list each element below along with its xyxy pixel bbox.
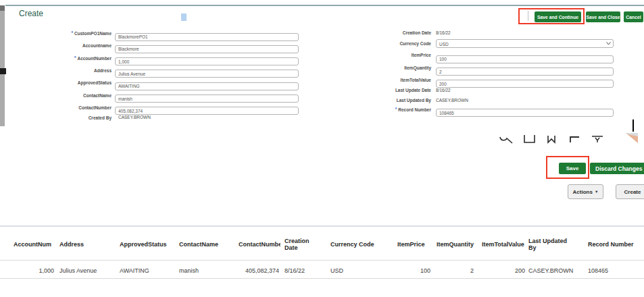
actions-dropdown-caret: ▼ (595, 190, 598, 194)
required-indicator: * (395, 107, 397, 111)
col-header-approvedstatus[interactable]: ApprovedStatus (120, 231, 176, 258)
col-header-contactnumber[interactable]: ContactNumber (239, 231, 280, 258)
createdby-value: CASEY.BROWN (118, 113, 151, 122)
col-header-itemquantity[interactable]: ItemQuantity (437, 231, 477, 258)
required-indicator: * (72, 30, 74, 35)
cell-approvedstatus: AWAITING (120, 267, 176, 275)
col-header-accountnum[interactable]: AccountNum (14, 231, 56, 258)
accountnumber-input[interactable] (115, 57, 299, 65)
table-row-divider (0, 278, 644, 279)
search-icon[interactable] (499, 136, 515, 144)
table-top-border (0, 225, 644, 227)
cell-recordnumber: 108465 (588, 267, 644, 275)
field-label-currencycode: Currency Code (318, 39, 431, 48)
toolbar-divider (528, 11, 528, 21)
save-and-continue-button[interactable]: Save and Continue (535, 11, 581, 22)
page-corner-icon (624, 132, 639, 144)
screen: Create Save and Continue Save and Close … (0, 0, 644, 297)
selection-handle (181, 14, 187, 21)
cell-currencycode: USD (330, 267, 395, 275)
itemprice-input[interactable] (436, 55, 614, 63)
corner-flag-icon[interactable] (569, 136, 580, 143)
field-label-itemprice: ItemPrice (318, 51, 431, 59)
field-label-custompo1name: *CustomPO1Name (0, 29, 112, 38)
cell-contactnumber: 405,082,374 (239, 267, 279, 275)
field-label-accountnumber: *AccountNumber (0, 54, 112, 63)
custompo1name-input[interactable] (115, 33, 299, 41)
field-label-itemtotalvalue: ItemTotalValue (318, 76, 431, 84)
col-header-itemprice[interactable]: ItemPrice (397, 231, 430, 258)
cell-address: Julius Avenue (59, 267, 117, 275)
box-icon[interactable] (523, 135, 536, 144)
table-header-divider (0, 260, 644, 261)
lastupdatedate-value: 8/16/22 (436, 86, 451, 94)
recordnumber-input[interactable] (436, 109, 614, 117)
bookmark-icon[interactable] (547, 136, 556, 144)
required-indicator: * (74, 55, 76, 60)
field-label-lastupdatedby: Last Updated By (318, 97, 431, 105)
approvedstatus-input[interactable] (115, 82, 299, 90)
col-header-itemtotalvalue[interactable]: ItemTotalValue (482, 231, 525, 258)
cell-contactname: manish (179, 267, 236, 275)
currencycode-select[interactable]: USD (436, 39, 614, 48)
window-top-border (5, 5, 644, 6)
itemtotalvalue-input[interactable] (436, 80, 614, 88)
left-scrollbar-cap (0, 5, 5, 11)
create-button[interactable]: Create (616, 184, 644, 199)
cancel-button[interactable]: Cancel (624, 11, 643, 22)
lastupdatedby-value: CASEY.BROWN (436, 97, 468, 105)
discard-changes-button[interactable]: Discard Changes (590, 163, 644, 174)
field-label-creationdate: Creation Date (318, 29, 431, 37)
save-and-close-button[interactable]: Save and Close (586, 11, 620, 22)
col-header-creationdate[interactable]: Creation Date (284, 231, 322, 258)
chevron-down-icon (606, 42, 611, 45)
field-label-approvedstatus: ApprovedStatus (0, 78, 112, 87)
cell-itemquantity: 2 (437, 267, 474, 275)
accountname-input[interactable] (115, 45, 299, 53)
text-cursor (633, 119, 634, 132)
contactname-input[interactable] (115, 94, 299, 103)
cell-itemtotalvalue: 200 (482, 267, 525, 275)
filter-icon[interactable] (592, 135, 603, 144)
itemquantity-input[interactable] (436, 68, 614, 76)
cell-creationdate: 8/16/22 (284, 267, 322, 275)
field-label-lastupdatedate: Last Update Date (318, 86, 431, 94)
cell-itemprice: 100 (397, 267, 430, 275)
field-label-contactnumber: ContactNumber (0, 103, 112, 112)
field-label-createdby: Created By (0, 113, 112, 122)
field-label-recordnumber: *Record Number (318, 105, 431, 114)
creationdate-value: 8/16/22 (436, 29, 451, 37)
field-label-address: Address (0, 66, 112, 75)
cell-accountnum: 1,000 (14, 267, 54, 275)
actions-button[interactable]: Actions▼ (568, 184, 603, 199)
field-label-contactname: ContactName (0, 91, 112, 100)
col-header-currencycode[interactable]: Currency Code (330, 231, 395, 258)
save-button[interactable]: Save (559, 163, 586, 174)
cell-lastupdatedby: CASEY.BROWN (528, 267, 583, 275)
field-label-itemquantity: ItemQuantity (318, 64, 431, 72)
col-header-address[interactable]: Address (59, 231, 117, 258)
page-title: Create (19, 9, 43, 18)
col-header-recordnumber[interactable]: Record Number (588, 231, 644, 258)
col-header-lastupdatedby[interactable]: Last Updated By (528, 231, 576, 258)
field-label-accountname: Accountname (0, 41, 112, 50)
address-input[interactable] (115, 70, 299, 78)
currencycode-selected-value: USD (439, 42, 449, 47)
col-header-contactname[interactable]: ContactName (179, 231, 236, 258)
